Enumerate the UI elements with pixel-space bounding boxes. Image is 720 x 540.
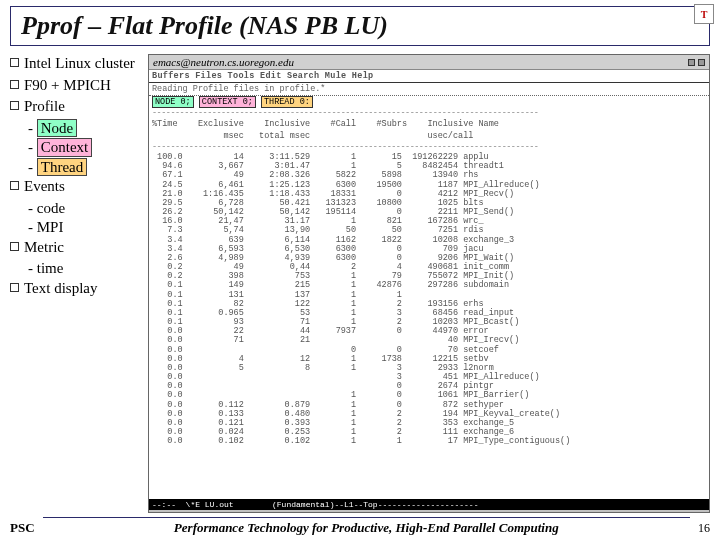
divider-2: ----------------------------------------… <box>149 142 709 152</box>
bullet-3: Profile <box>24 98 65 114</box>
profile-thread: Thread <box>37 158 87 177</box>
bullet-5: Metric <box>24 239 64 255</box>
table-header-2: msec total msec usec/call <box>149 130 709 142</box>
bullet-4a: - code <box>28 199 140 219</box>
tag-thread: THREAD 0: <box>261 96 313 108</box>
emacs-node-line: NODE 0; CONTEXT 0; THREAD 0: <box>149 96 709 108</box>
emacs-minibuffer <box>149 510 709 512</box>
logo-icon: T <box>694 4 714 24</box>
tag-context: CONTEXT 0; <box>199 96 256 108</box>
bullet-4b: - MPI <box>28 218 140 238</box>
dot-icon <box>688 59 695 66</box>
emacs-title-text: emacs@neutron.cs.uoregon.edu <box>153 56 294 68</box>
profile-node: Node <box>37 119 78 138</box>
bullet-1: Intel Linux cluster <box>24 55 135 71</box>
tag-node: NODE 0; <box>152 96 194 108</box>
slide-number: 16 <box>698 521 710 536</box>
bullet-list: Intel Linux cluster F90 + MPICH Profile … <box>10 54 140 513</box>
profile-context: Context <box>37 138 93 157</box>
bullet-5a: - time <box>28 259 140 279</box>
slide-footer: PSC Performance Technology for Productiv… <box>10 513 710 536</box>
bullet-4: Events <box>24 178 65 194</box>
emacs-menubar: Buffers Files Tools Edit Search Mule Hel… <box>149 70 709 83</box>
bullet-2: F90 + MPICH <box>24 77 111 93</box>
bullet-6: Text display <box>24 280 98 296</box>
emacs-titlebar: emacs@neutron.cs.uoregon.edu <box>149 55 709 70</box>
footer-center: Performance Technology for Productive, H… <box>43 517 690 536</box>
divider: ----------------------------------------… <box>149 108 709 118</box>
emacs-modeline: --:-- \*E LU.out (Fundamental)--L1--Top-… <box>149 499 709 510</box>
slide-title: Pprof – Flat Profile (NAS PB LU) <box>21 11 699 41</box>
table-header-1: %Time Exclusive Inclusive #Call #Subrs I… <box>149 118 709 130</box>
profile-table: 100.0 14 3:11.529 1 15 191262229 applu 9… <box>149 152 709 499</box>
emacs-status: Reading Profile files in profile.* <box>149 83 709 96</box>
footer-left: PSC <box>10 520 35 536</box>
square-icon <box>698 59 705 66</box>
slide-title-bar: Pprof – Flat Profile (NAS PB LU) <box>10 6 710 46</box>
emacs-window: emacs@neutron.cs.uoregon.edu Buffers Fil… <box>148 54 710 513</box>
